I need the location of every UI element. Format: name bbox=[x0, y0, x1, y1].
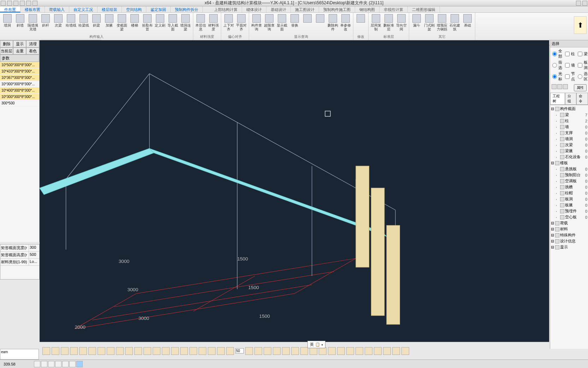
tree-item-荷载[interactable]: ⊟荷载 bbox=[551, 220, 587, 226]
prop-value[interactable]: Lo... bbox=[29, 259, 39, 265]
filter-icon[interactable] bbox=[552, 84, 557, 89]
refresh-icon[interactable] bbox=[392, 347, 400, 355]
context-tab-基础设计[interactable]: 基础设计 bbox=[266, 6, 291, 12]
expand-icon[interactable]: ⊟ bbox=[551, 245, 554, 249]
dropdown-icon[interactable] bbox=[33, 1, 37, 6]
context-tab-施工图设计[interactable]: 施工图设计 bbox=[291, 6, 319, 12]
expand-icon[interactable]: · bbox=[556, 191, 559, 195]
box3-icon[interactable] bbox=[88, 347, 96, 355]
circle-icon[interactable] bbox=[199, 347, 206, 355]
ribbon-加腋[interactable]: 加腋 bbox=[103, 13, 115, 34]
command-input[interactable]: eam bbox=[0, 349, 39, 360]
ime-indicator[interactable]: 英 📋 ▪ bbox=[307, 341, 325, 348]
grid2-icon[interactable] bbox=[282, 347, 290, 355]
ribbon-删标准层[interactable]: 删标准层 bbox=[383, 13, 395, 34]
section-item[interactable]: 10*400*300*8*300*... bbox=[0, 87, 39, 94]
dyn-toggle-icon[interactable] bbox=[69, 361, 76, 367]
zoom-icon[interactable] bbox=[143, 347, 151, 355]
copy2-icon[interactable] bbox=[337, 347, 345, 355]
rp-tab-工程树[interactable]: 工程树 bbox=[550, 93, 565, 105]
ribbon-墙洞连梁[interactable]: 墙洞连梁 bbox=[180, 13, 192, 34]
ribbon-门式刚架[interactable]: 门式刚架 bbox=[423, 13, 435, 34]
tree-item-空调板[interactable]: ·空调板0 bbox=[551, 178, 587, 184]
expand-icon[interactable]: · bbox=[556, 185, 559, 189]
circle-a-icon[interactable] bbox=[189, 347, 197, 355]
dwg-icon[interactable] bbox=[264, 347, 271, 355]
lp-btn-清理[interactable]: 清理 bbox=[26, 40, 39, 47]
scissors-icon[interactable] bbox=[42, 347, 50, 355]
grid3-icon[interactable] bbox=[291, 347, 299, 355]
expand-icon[interactable]: · bbox=[556, 179, 559, 183]
tab-自定义工况[interactable]: 自定义工况 bbox=[69, 6, 98, 12]
select-opt-板洞[interactable] bbox=[578, 63, 582, 68]
filter3-icon[interactable] bbox=[563, 84, 568, 89]
lp-btn-着色[interactable]: 着色 bbox=[26, 47, 39, 54]
lock-icon[interactable] bbox=[355, 347, 363, 355]
expand-icon[interactable]: · bbox=[556, 155, 559, 159]
grid1-icon[interactable] bbox=[273, 347, 281, 355]
osnap-toggle-icon[interactable] bbox=[62, 361, 69, 367]
copy3-icon[interactable] bbox=[346, 347, 354, 355]
lp-btn-去重[interactable]: 去重 bbox=[13, 47, 26, 54]
tree-item-柱[interactable]: ·柱2 bbox=[551, 118, 587, 124]
tree-item-设计信息[interactable]: ⊟设计信息 bbox=[551, 238, 587, 244]
ribbon-隔墙填充墙[interactable]: 隔墙填充墙 bbox=[27, 13, 39, 34]
select-opt-节点[interactable] bbox=[565, 74, 570, 79]
worktree-icon[interactable] bbox=[365, 347, 372, 355]
lp-btn-删除[interactable]: 删除 bbox=[0, 40, 13, 47]
app-icon[interactable] bbox=[1, 1, 6, 6]
teapot-icon[interactable] bbox=[153, 347, 160, 355]
box4-icon[interactable] bbox=[98, 347, 105, 355]
tree-item-楼板[interactable]: ⊟楼板 bbox=[551, 160, 587, 166]
box-icon[interactable] bbox=[70, 347, 78, 355]
snap-icon[interactable] bbox=[61, 347, 69, 355]
ribbon-导向空间[interactable]: 导向空间 bbox=[395, 13, 407, 34]
ruler2-icon[interactable] bbox=[171, 347, 179, 355]
ribbon-墙预应力钢筋[interactable]: 墙预应力钢筋 bbox=[436, 13, 448, 34]
text-a-icon[interactable] bbox=[208, 347, 216, 355]
ribbon-tool[interactable] bbox=[301, 13, 313, 34]
camera-icon[interactable] bbox=[226, 347, 234, 355]
section-item[interactable]: 10*367*300*8*300*... bbox=[0, 75, 39, 81]
select-opt-筛选[interactable] bbox=[552, 63, 557, 68]
ribbon-right-button[interactable]: ⬆ bbox=[574, 16, 587, 34]
tree-item-构件截面[interactable]: ⊟构件截面 bbox=[551, 106, 587, 112]
copy1-icon[interactable] bbox=[328, 347, 336, 355]
ribbon-导入截面[interactable]: 导入截面 bbox=[167, 13, 179, 34]
ribbon-墙洞[interactable]: 墙洞 bbox=[1, 13, 13, 34]
ribbon-斜梁[interactable]: 斜梁 bbox=[90, 13, 102, 34]
tab-预制构件拆分[interactable]: 预制构件拆分 bbox=[171, 6, 203, 12]
expand-icon[interactable]: · bbox=[556, 149, 559, 153]
sun-icon[interactable] bbox=[401, 347, 409, 355]
ribbon-本层信息[interactable]: 本层信息 bbox=[195, 13, 207, 34]
box2-icon[interactable] bbox=[79, 347, 87, 355]
prop-value[interactable]: 300 bbox=[29, 245, 39, 251]
context-tab-非线性计算[interactable]: 非线性计算 bbox=[380, 6, 408, 12]
section-item[interactable]: 10*433*300*8*300*... bbox=[0, 68, 39, 75]
tree-item-板腋[interactable]: ·板腋0 bbox=[551, 202, 587, 208]
ruler-icon[interactable] bbox=[162, 347, 170, 355]
ribbon-绘墙线[interactable]: 绘墙线 bbox=[65, 13, 77, 34]
pdf-icon[interactable] bbox=[245, 347, 253, 355]
select-opt-全部[interactable] bbox=[552, 52, 557, 56]
ribbon-楼梯[interactable]: 楼梯 bbox=[129, 13, 141, 34]
section-item[interactable]: 10*300*300*8*300*... bbox=[0, 94, 39, 100]
tree-item-板洞[interactable]: ·板洞0 bbox=[551, 196, 587, 202]
ribbon-绘梁线[interactable]: 绘梁线 bbox=[78, 13, 90, 34]
ribbon-删除构件[interactable]: 删除构件 bbox=[327, 13, 339, 34]
expand-icon[interactable]: ⊟ bbox=[551, 107, 554, 111]
tree-item-预制阳台[interactable]: ·预制阳台0 bbox=[551, 172, 587, 178]
tree-item-石化设备[interactable]: ·石化设备0 bbox=[551, 154, 587, 160]
ribbon-显示截面[interactable]: 显示截面 bbox=[276, 13, 288, 34]
expand-icon[interactable]: ⊟ bbox=[551, 239, 554, 243]
tree-item-特殊构件[interactable]: ⊟特殊构件 bbox=[551, 232, 587, 238]
tree-item-次梁[interactable]: ·次梁0 bbox=[551, 142, 587, 148]
ribbon-上下对齐[interactable]: 上下对齐 bbox=[223, 13, 235, 34]
prop-value[interactable]: 500 bbox=[29, 252, 39, 258]
section-item[interactable]: 10*500*300*8*300*... bbox=[0, 62, 39, 68]
ribbon-tool[interactable] bbox=[355, 13, 367, 34]
angle-icon[interactable] bbox=[180, 347, 188, 355]
lp-btn-显示[interactable]: 显示 bbox=[13, 40, 26, 47]
select-opt-墙[interactable] bbox=[565, 63, 570, 68]
print-icon[interactable] bbox=[13, 1, 18, 6]
